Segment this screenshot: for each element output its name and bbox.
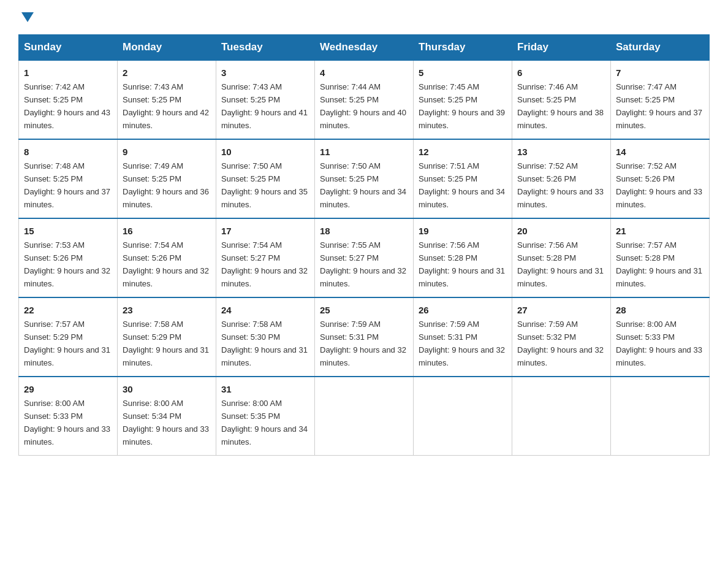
calendar-cell: 28 Sunrise: 8:00 AMSunset: 5:33 PMDaylig… — [611, 297, 710, 377]
calendar-week-4: 22 Sunrise: 7:57 AMSunset: 5:29 PMDaylig… — [19, 297, 710, 377]
calendar-cell: 31 Sunrise: 8:00 AMSunset: 5:35 PMDaylig… — [216, 377, 315, 455]
day-info: Sunrise: 7:58 AMSunset: 5:30 PMDaylight:… — [221, 320, 308, 367]
day-info: Sunrise: 7:43 AMSunset: 5:25 PMDaylight:… — [221, 82, 308, 130]
calendar-cell: 29 Sunrise: 8:00 AMSunset: 5:33 PMDaylig… — [19, 377, 118, 455]
calendar-cell — [414, 377, 512, 455]
column-header-wednesday: Wednesday — [315, 35, 414, 61]
logo-blue-text — [18, 12, 34, 23]
calendar-cell: 20 Sunrise: 7:56 AMSunset: 5:28 PMDaylig… — [512, 218, 611, 297]
day-info: Sunrise: 7:54 AMSunset: 5:26 PMDaylight:… — [123, 240, 209, 288]
calendar-table: SundayMondayTuesdayWednesdayThursdayFrid… — [18, 34, 710, 456]
day-info: Sunrise: 7:42 AMSunset: 5:25 PMDaylight:… — [24, 82, 110, 130]
calendar-cell: 25 Sunrise: 7:59 AMSunset: 5:31 PMDaylig… — [315, 297, 414, 377]
column-header-thursday: Thursday — [414, 35, 512, 61]
calendar-cell: 2 Sunrise: 7:43 AMSunset: 5:25 PMDayligh… — [118, 60, 216, 139]
calendar-cell: 17 Sunrise: 7:54 AMSunset: 5:27 PMDaylig… — [216, 218, 315, 297]
calendar-week-5: 29 Sunrise: 8:00 AMSunset: 5:33 PMDaylig… — [19, 377, 710, 455]
day-info: Sunrise: 7:52 AMSunset: 5:26 PMDaylight:… — [517, 161, 604, 209]
column-header-sunday: Sunday — [19, 35, 118, 61]
day-number: 13 — [517, 145, 605, 159]
calendar-cell: 12 Sunrise: 7:51 AMSunset: 5:25 PMDaylig… — [414, 139, 512, 218]
day-info: Sunrise: 8:00 AMSunset: 5:34 PMDaylight:… — [123, 399, 209, 446]
day-number: 25 — [320, 303, 408, 317]
day-info: Sunrise: 7:43 AMSunset: 5:25 PMDaylight:… — [123, 82, 209, 130]
calendar-cell: 26 Sunrise: 7:59 AMSunset: 5:31 PMDaylig… — [414, 297, 512, 377]
day-number: 26 — [419, 303, 507, 317]
day-number: 27 — [517, 303, 605, 317]
day-info: Sunrise: 8:00 AMSunset: 5:35 PMDaylight:… — [221, 399, 308, 446]
calendar-cell: 3 Sunrise: 7:43 AMSunset: 5:25 PMDayligh… — [216, 60, 315, 139]
logo — [18, 12, 34, 23]
day-number: 21 — [616, 224, 704, 238]
day-number: 8 — [24, 145, 112, 159]
day-info: Sunrise: 7:56 AMSunset: 5:28 PMDaylight:… — [517, 240, 604, 288]
calendar-cell: 14 Sunrise: 7:52 AMSunset: 5:26 PMDaylig… — [611, 139, 710, 218]
page-header — [18, 12, 710, 23]
day-number: 9 — [123, 145, 211, 159]
day-number: 23 — [123, 303, 211, 317]
calendar-cell: 10 Sunrise: 7:50 AMSunset: 5:25 PMDaylig… — [216, 139, 315, 218]
calendar-cell: 21 Sunrise: 7:57 AMSunset: 5:28 PMDaylig… — [611, 218, 710, 297]
day-info: Sunrise: 8:00 AMSunset: 5:33 PMDaylight:… — [24, 399, 110, 446]
calendar-cell: 22 Sunrise: 7:57 AMSunset: 5:29 PMDaylig… — [19, 297, 118, 377]
calendar-cell — [611, 377, 710, 455]
day-number: 24 — [221, 303, 309, 317]
calendar-cell: 6 Sunrise: 7:46 AMSunset: 5:25 PMDayligh… — [512, 60, 611, 139]
calendar-cell: 23 Sunrise: 7:58 AMSunset: 5:29 PMDaylig… — [118, 297, 216, 377]
column-header-friday: Friday — [512, 35, 611, 61]
day-info: Sunrise: 7:46 AMSunset: 5:25 PMDaylight:… — [517, 82, 604, 130]
day-info: Sunrise: 7:51 AMSunset: 5:25 PMDaylight:… — [419, 161, 505, 209]
day-info: Sunrise: 7:47 AMSunset: 5:25 PMDaylight:… — [616, 82, 702, 130]
column-header-tuesday: Tuesday — [216, 35, 315, 61]
day-number: 30 — [123, 382, 211, 396]
day-number: 10 — [221, 145, 309, 159]
calendar-cell: 15 Sunrise: 7:53 AMSunset: 5:26 PMDaylig… — [19, 218, 118, 297]
column-header-saturday: Saturday — [611, 35, 710, 61]
day-number: 19 — [419, 224, 507, 238]
column-header-monday: Monday — [118, 35, 216, 61]
calendar-cell: 1 Sunrise: 7:42 AMSunset: 5:25 PMDayligh… — [19, 60, 118, 139]
day-info: Sunrise: 7:58 AMSunset: 5:29 PMDaylight:… — [123, 320, 209, 367]
calendar-cell: 30 Sunrise: 8:00 AMSunset: 5:34 PMDaylig… — [118, 377, 216, 455]
calendar-cell: 13 Sunrise: 7:52 AMSunset: 5:26 PMDaylig… — [512, 139, 611, 218]
day-info: Sunrise: 7:54 AMSunset: 5:27 PMDaylight:… — [221, 240, 308, 288]
calendar-header-row: SundayMondayTuesdayWednesdayThursdayFrid… — [19, 35, 710, 61]
day-number: 18 — [320, 224, 408, 238]
day-info: Sunrise: 7:57 AMSunset: 5:29 PMDaylight:… — [24, 320, 110, 367]
day-number: 16 — [123, 224, 211, 238]
day-info: Sunrise: 7:52 AMSunset: 5:26 PMDaylight:… — [616, 161, 702, 209]
day-number: 31 — [221, 382, 309, 396]
day-info: Sunrise: 7:44 AMSunset: 5:25 PMDaylight:… — [320, 82, 406, 130]
calendar-cell: 19 Sunrise: 7:56 AMSunset: 5:28 PMDaylig… — [414, 218, 512, 297]
day-number: 5 — [419, 66, 507, 80]
calendar-cell — [512, 377, 611, 455]
calendar-week-1: 1 Sunrise: 7:42 AMSunset: 5:25 PMDayligh… — [19, 60, 710, 139]
day-info: Sunrise: 7:57 AMSunset: 5:28 PMDaylight:… — [616, 240, 702, 288]
day-info: Sunrise: 7:56 AMSunset: 5:28 PMDaylight:… — [419, 240, 505, 288]
day-number: 4 — [320, 66, 408, 80]
day-number: 14 — [616, 145, 704, 159]
calendar-cell: 5 Sunrise: 7:45 AMSunset: 5:25 PMDayligh… — [414, 60, 512, 139]
calendar-cell: 11 Sunrise: 7:50 AMSunset: 5:25 PMDaylig… — [315, 139, 414, 218]
day-number: 15 — [24, 224, 112, 238]
day-info: Sunrise: 7:48 AMSunset: 5:25 PMDaylight:… — [24, 161, 110, 209]
calendar-cell: 18 Sunrise: 7:55 AMSunset: 5:27 PMDaylig… — [315, 218, 414, 297]
day-number: 3 — [221, 66, 309, 80]
calendar-cell: 27 Sunrise: 7:59 AMSunset: 5:32 PMDaylig… — [512, 297, 611, 377]
day-info: Sunrise: 7:50 AMSunset: 5:25 PMDaylight:… — [221, 161, 308, 209]
logo-triangle-icon — [21, 12, 34, 22]
day-number: 2 — [123, 66, 211, 80]
calendar-cell: 4 Sunrise: 7:44 AMSunset: 5:25 PMDayligh… — [315, 60, 414, 139]
day-info: Sunrise: 7:55 AMSunset: 5:27 PMDaylight:… — [320, 240, 406, 288]
calendar-cell — [315, 377, 414, 455]
day-number: 20 — [517, 224, 605, 238]
day-info: Sunrise: 7:59 AMSunset: 5:31 PMDaylight:… — [320, 320, 406, 367]
calendar-week-2: 8 Sunrise: 7:48 AMSunset: 5:25 PMDayligh… — [19, 139, 710, 218]
day-number: 12 — [419, 145, 507, 159]
calendar-cell: 16 Sunrise: 7:54 AMSunset: 5:26 PMDaylig… — [118, 218, 216, 297]
day-number: 6 — [517, 66, 605, 80]
calendar-cell: 8 Sunrise: 7:48 AMSunset: 5:25 PMDayligh… — [19, 139, 118, 218]
day-number: 1 — [24, 66, 112, 80]
calendar-cell: 9 Sunrise: 7:49 AMSunset: 5:25 PMDayligh… — [118, 139, 216, 218]
day-info: Sunrise: 7:59 AMSunset: 5:32 PMDaylight:… — [517, 320, 604, 367]
